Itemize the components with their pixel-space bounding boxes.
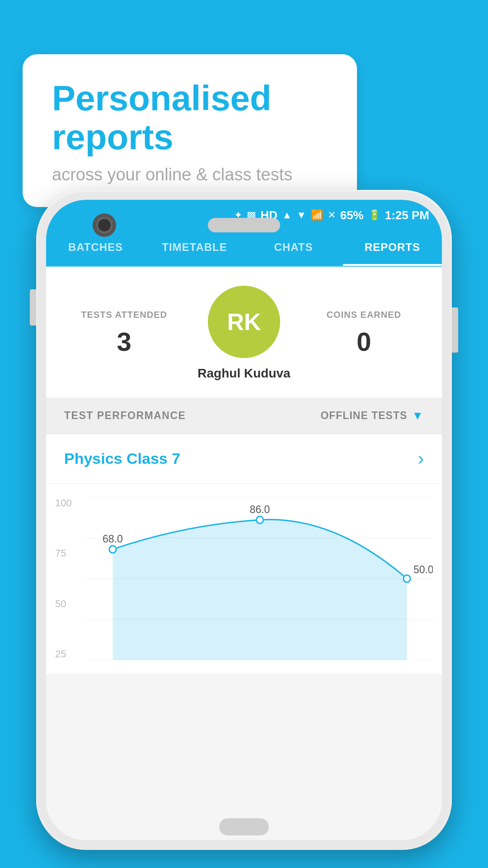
bubble-title: Personalised reports (52, 79, 328, 157)
avatar: RK (208, 286, 280, 358)
y-label-100: 100 (55, 497, 72, 509)
chart-section: 100 75 50 25 (46, 484, 442, 674)
phone-screen: ✦ ▩ HD ▲ ▼ 📶 ✕ 65% 🔋 1:25 PM BATCHES (46, 200, 442, 840)
section-header: TEST PERFORMANCE OFFLINE TESTS ▼ (46, 398, 442, 434)
coins-earned-value: 0 (304, 326, 424, 357)
svg-point-6 (256, 516, 263, 524)
svg-point-7 (404, 575, 410, 582)
battery-icon: 🔋 (368, 209, 380, 221)
battery-percent: 65% (340, 208, 364, 222)
bubble-subtitle: across your online & class tests (52, 165, 328, 184)
phone-camera (93, 213, 116, 237)
clock: 1:25 PM (385, 208, 429, 222)
chart-area: 68.0 86.0 50.0 (87, 497, 433, 660)
chevron-down-icon: ▼ (412, 409, 424, 423)
tests-attended-label: TESTS ATTENDED (64, 310, 184, 320)
phone-mockup: ✦ ▩ HD ▲ ▼ 📶 ✕ 65% 🔋 1:25 PM BATCHES (36, 190, 452, 850)
class-name: Physics Class 7 (64, 450, 180, 467)
profile-section: TESTS ATTENDED 3 RK Raghul Kuduva COINS … (46, 267, 442, 398)
avatar-block: RK Raghul Kuduva (184, 286, 304, 381)
chevron-right-icon: › (418, 448, 424, 469)
tab-reports[interactable]: REPORTS (343, 231, 442, 266)
home-button[interactable] (219, 818, 269, 835)
svg-text:68.0: 68.0 (103, 533, 123, 545)
volume-button (30, 289, 36, 326)
cross-icon: ✕ (328, 209, 336, 221)
phone-speaker (208, 218, 280, 232)
network-icon: 📶 (311, 209, 323, 221)
section-label: TEST PERFORMANCE (64, 410, 186, 422)
coins-earned-label: COINS EARNED (304, 310, 424, 320)
main-content: TESTS ATTENDED 3 RK Raghul Kuduva COINS … (46, 267, 442, 840)
tab-timetable[interactable]: TIMETABLE (145, 231, 244, 266)
avatar-initials: RK (227, 308, 261, 335)
filter-label: OFFLINE TESTS (320, 410, 407, 422)
tab-batches[interactable]: BATCHES (46, 231, 145, 266)
tab-chats[interactable]: CHATS (244, 231, 343, 266)
tests-attended-block: TESTS ATTENDED 3 (64, 310, 184, 357)
tests-attended-value: 3 (64, 326, 184, 357)
filter-dropdown[interactable]: OFFLINE TESTS ▼ (320, 409, 424, 423)
coins-earned-block: COINS EARNED 0 (304, 310, 424, 357)
signal-icon: ▼ (296, 209, 306, 221)
power-button (452, 307, 458, 353)
y-label-50: 50 (55, 598, 72, 610)
chart-y-labels: 100 75 50 25 (55, 497, 72, 660)
chart-svg: 68.0 86.0 50.0 (87, 497, 433, 660)
user-name: Raghul Kuduva (197, 366, 290, 381)
wifi-icon: ▲ (282, 209, 292, 221)
class-row[interactable]: Physics Class 7 › (46, 434, 442, 484)
svg-text:86.0: 86.0 (250, 504, 270, 516)
y-label-25: 25 (55, 648, 72, 660)
speech-bubble: Personalised reports across your online … (23, 54, 357, 207)
svg-point-5 (109, 546, 116, 553)
y-label-75: 75 (55, 547, 72, 559)
svg-text:50.0: 50.0 (413, 564, 433, 576)
